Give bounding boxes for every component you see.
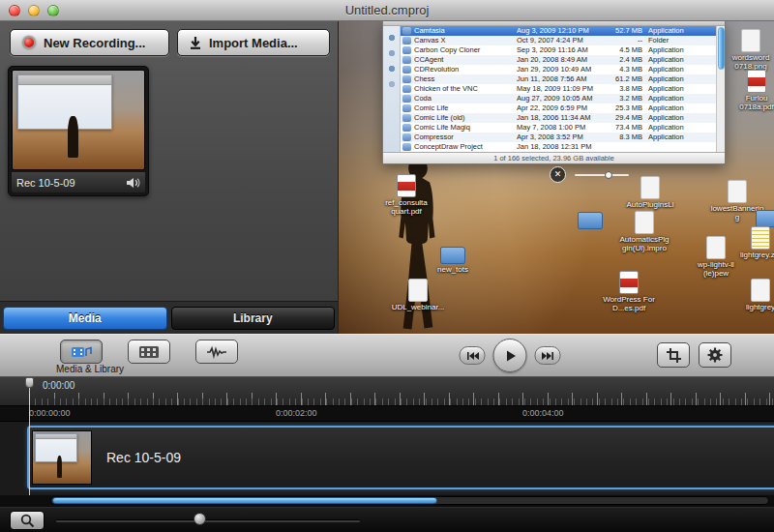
timeline-scroll-thumb[interactable]: [52, 497, 437, 504]
timecode-label: 0:00:02:00: [276, 408, 317, 418]
next-frame-button[interactable]: [535, 346, 561, 365]
desktop-icon-label: wordsword 0718.png: [723, 53, 774, 71]
thumbnail-window: [35, 433, 76, 462]
desktop-icon-glyph: [747, 70, 766, 93]
desktop-icon: lightgrey.zip: [731, 226, 774, 259]
desktop-icon-label: new_tots: [437, 265, 468, 274]
filmstrip-icon: [138, 345, 160, 359]
media-library-label: Media & Library: [56, 364, 124, 374]
new-recording-label: New Recording...: [44, 36, 145, 50]
speaker-icon[interactable]: [126, 177, 140, 189]
desktop-icon-label: Furlou 0718a.pdf: [729, 94, 774, 111]
audio-button[interactable]: [195, 340, 238, 364]
annotations-button[interactable]: [128, 340, 170, 364]
desktop-icon: [561, 207, 619, 230]
camtasia-window: Untitled.cmproj New Recording... Import …: [0, 0, 774, 532]
settings-button[interactable]: [699, 342, 731, 368]
timeline-zoom-bar: [0, 507, 774, 532]
media-library-toggle-button[interactable]: [60, 340, 103, 364]
zoom-window-button[interactable]: [47, 5, 59, 16]
desktop-icon-glyph: [728, 180, 747, 203]
media-library-icon: [71, 345, 93, 359]
play-button[interactable]: [493, 339, 527, 372]
next-icon: [541, 351, 554, 361]
gear-icon: [706, 346, 724, 364]
titlebar[interactable]: Untitled.cmproj: [0, 0, 774, 21]
timeline-scroll-row: [0, 495, 774, 507]
panel-tab[interactable]: Media: [3, 307, 167, 330]
desktop-icon-glyph: [408, 279, 428, 302]
desktop-icon: [739, 205, 774, 228]
timecode-label: 0:00:04:00: [522, 408, 564, 418]
desktop-icon-glyph: [635, 211, 654, 234]
previous-frame-button[interactable]: [460, 346, 486, 365]
desktop-icon-glyph: [397, 174, 416, 197]
timeline-ruler[interactable]: 0:00:00: [0, 377, 774, 406]
desktop-icon-label: AutoPluginsLi: [627, 200, 674, 209]
desktop-icon-glyph: [619, 271, 639, 294]
timecode-label: 0:00:00:00: [29, 408, 71, 418]
desktop-icon-glyph: [578, 212, 603, 229]
desktop-icon: wordsword 0718.png: [722, 29, 774, 71]
desktop-icon: UDL_webinar...: [389, 279, 447, 311]
play-icon: [502, 348, 518, 364]
timeline-zoom-slider-knob[interactable]: [194, 513, 206, 525]
playhead-time-label: 0:00:00: [43, 380, 74, 391]
minimize-button[interactable]: [28, 5, 40, 16]
media-panel: New Recording... Import Media... Rec 10-…: [0, 21, 339, 334]
close-button[interactable]: [9, 5, 20, 16]
clip-name: Rec 10-5-09: [16, 177, 75, 189]
desktop-icon: WordPress For D...es.pdf: [600, 271, 658, 312]
clip-thumbnail: [12, 70, 145, 170]
import-media-button[interactable]: Import Media...: [177, 29, 330, 56]
timecode-row: 0:00:00:000:00:02:000:00:04:00: [0, 406, 774, 422]
thumbnail-person: [68, 116, 78, 158]
desktop-icon: ref_consulta quart.pdf: [377, 174, 435, 216]
timeline-clip-thumbnail: [32, 430, 92, 485]
timeline-clip-name: Rec 10-5-09: [106, 450, 181, 465]
timeline-zoom-slider-track[interactable]: [56, 519, 360, 522]
desktop-icon-label: lightgrey.zip: [740, 251, 774, 259]
desktop-icon-glyph: [756, 210, 774, 227]
new-recording-button[interactable]: New Recording...: [10, 29, 169, 56]
desktop-icon: lightgrey: [731, 279, 774, 311]
previous-icon: [465, 351, 479, 361]
control-bar: Media & Library: [0, 334, 774, 377]
desktop-icon-glyph: [440, 247, 465, 264]
crop-icon: [666, 347, 682, 364]
import-media-label: Import Media...: [209, 36, 298, 50]
magnifier-icon: [20, 514, 35, 528]
timeline-scrollbar[interactable]: [50, 496, 769, 505]
video-preview-canvas[interactable]: Camtasia Aug 3, 2009 12:10 PM 52.7 MB Ap…: [339, 21, 774, 334]
thumbnail-window: [17, 74, 112, 130]
desktop-icon: AutomaticsPlg gin(Ul).impro: [615, 211, 673, 252]
timeline-track[interactable]: Rec 10-5-09: [0, 422, 774, 495]
playhead[interactable]: [29, 377, 30, 495]
panel-tab[interactable]: Library: [171, 307, 336, 330]
import-icon: [190, 36, 201, 49]
desktop-icon-glyph: [751, 226, 770, 250]
playhead-handle[interactable]: [25, 377, 34, 388]
timeline-clip[interactable]: Rec 10-5-09: [27, 426, 774, 489]
media-clip-item[interactable]: Rec 10-5-09: [8, 66, 149, 196]
preview-desktop-icons: wordsword 0718.png Furlou 0718a.pdf ref_…: [339, 21, 774, 334]
desktop-icon-label: lightgrey: [746, 303, 774, 311]
ruler-minor-ticks: [29, 399, 774, 405]
desktop-icon-glyph: [640, 176, 660, 199]
desktop-icon: new_tots: [424, 242, 482, 274]
panel-tabbar: MediaLibrary: [0, 301, 338, 334]
desktop-icon-label: AutomaticsPlg gin(Ul).impro: [616, 235, 672, 252]
desktop-icon: Furlou 0718a.pdf: [728, 70, 774, 111]
crop-button[interactable]: [657, 342, 690, 368]
desktop-icon-label: WordPress For D...es.pdf: [601, 295, 657, 312]
traffic-lights: [0, 5, 59, 16]
record-icon: [22, 36, 36, 49]
desktop-icon-label: UDL_webinar...: [392, 303, 445, 311]
zoom-fit-button[interactable]: [10, 511, 45, 530]
timeline: 0:00:00 0:00:00:000:00:02:000:00:04:00 R…: [0, 377, 774, 532]
desktop-icon: AutoPluginsLi: [621, 176, 679, 209]
desktop-icon-glyph: [706, 236, 726, 259]
thumbnail-person: [57, 456, 62, 478]
window-title: Untitled.cmproj: [0, 3, 774, 17]
panel-tab-label: Media: [69, 311, 102, 325]
